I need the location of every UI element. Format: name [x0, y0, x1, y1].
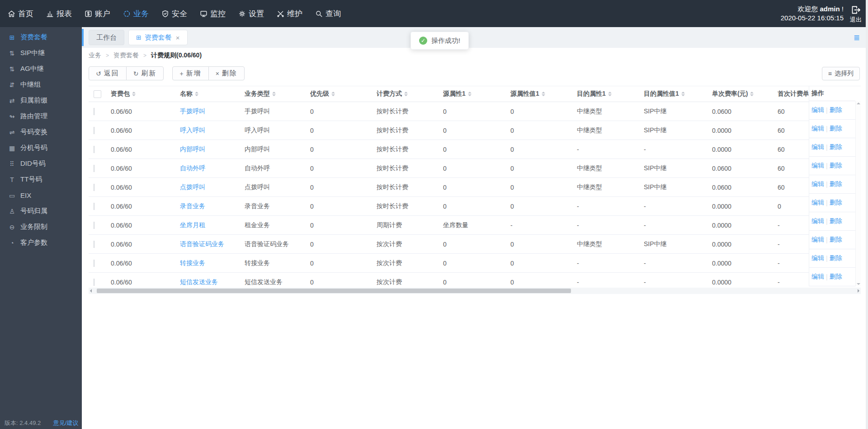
sidebar-item[interactable]: ▦ 分机号码: [0, 140, 82, 156]
column-header[interactable]: 源属性值1: [510, 90, 577, 98]
sidebar-item[interactable]: ⊖ 业务限制: [0, 219, 82, 235]
cell-name-link[interactable]: 转接业务: [180, 259, 245, 267]
feedback-link[interactable]: 意见/建议: [53, 420, 79, 426]
cell-name-link[interactable]: 录音业务: [180, 202, 245, 210]
sort-caret-icon[interactable]: [272, 92, 276, 96]
column-header[interactable]: 计费方式: [377, 90, 443, 98]
vertical-scrollbar[interactable]: [855, 101, 861, 286]
delete-link[interactable]: 删除: [830, 125, 842, 133]
cell-name-link[interactable]: 语音验证码业务: [180, 240, 245, 248]
horizontal-scroll-thumb[interactable]: [97, 289, 571, 293]
edit-link[interactable]: 编辑: [811, 199, 824, 207]
sidebar-item[interactable]: ⇅ SIP中继: [0, 45, 82, 61]
sidebar-item[interactable]: T TT号码: [0, 172, 82, 187]
sort-caret-icon[interactable]: [195, 92, 198, 96]
sidebar-item[interactable]: ▭ EIX: [0, 187, 82, 203]
edit-link[interactable]: 编辑: [811, 180, 824, 188]
delete-link[interactable]: 删除: [830, 273, 842, 281]
sort-caret-icon[interactable]: [468, 92, 472, 96]
delete-link[interactable]: 删除: [830, 106, 842, 114]
edit-link[interactable]: 编辑: [811, 162, 824, 170]
edit-link[interactable]: 编辑: [811, 106, 824, 114]
row-checkbox[interactable]: [94, 184, 94, 191]
sidebar-item[interactable]: ↬ 路由管理: [0, 108, 82, 124]
scroll-right-icon[interactable]: [858, 289, 859, 293]
column-header-truncated[interactable]: 首次计费单: [778, 90, 809, 98]
delete-link[interactable]: 删除: [830, 162, 842, 170]
cell-name-link[interactable]: 点拨呼叫: [180, 183, 245, 191]
delete-link[interactable]: 删除: [830, 199, 842, 207]
sidebar-item[interactable]: ⊞ 资费套餐: [0, 29, 82, 45]
edit-link[interactable]: 编辑: [811, 236, 824, 244]
select-all-checkbox[interactable]: [94, 90, 101, 98]
cell-name-link[interactable]: 坐席月租: [180, 221, 245, 229]
column-header[interactable]: 名称: [180, 90, 245, 98]
column-select-button[interactable]: ≡选择列: [822, 67, 860, 80]
page-scrollbar[interactable]: [866, 0, 868, 429]
delete-link[interactable]: 删除: [830, 143, 842, 151]
row-checkbox[interactable]: [94, 127, 94, 134]
tab-close-icon[interactable]: ×: [176, 34, 180, 42]
edit-link[interactable]: 编辑: [811, 125, 824, 133]
row-checkbox[interactable]: [94, 165, 94, 172]
nav-item-settings[interactable]: 设置: [238, 9, 264, 19]
sidebar-item[interactable]: ◔ 客户参数: [0, 235, 82, 251]
column-header[interactable]: 业务类型: [245, 90, 310, 98]
sidebar-item[interactable]: ⇅ AG中继: [0, 61, 82, 77]
column-header[interactable]: 源属性1: [443, 90, 510, 98]
breadcrumb-item[interactable]: 资费套餐: [113, 51, 139, 60]
nav-item-monitor[interactable]: 监控: [199, 9, 226, 19]
scroll-left-icon[interactable]: [90, 289, 92, 293]
nav-item-security[interactable]: 安全: [161, 9, 187, 19]
nav-item-home[interactable]: 首页: [7, 9, 33, 19]
edit-link[interactable]: 编辑: [811, 217, 824, 225]
cell-name-link[interactable]: 自动外呼: [180, 164, 245, 173]
edit-link[interactable]: 编辑: [811, 273, 824, 281]
row-checkbox[interactable]: [94, 260, 94, 267]
column-header[interactable]: 单次费率(元): [712, 90, 778, 98]
column-header[interactable]: 优先级: [310, 90, 377, 98]
sidebar-item[interactable]: ⠿ DID号码: [0, 156, 82, 172]
tab-workbench[interactable]: 工作台: [89, 30, 124, 45]
tab-list-icon[interactable]: ≣: [854, 33, 860, 42]
delete-link[interactable]: 删除: [830, 254, 842, 262]
sort-caret-icon[interactable]: [132, 92, 136, 96]
nav-item-reports[interactable]: 报表: [46, 9, 72, 19]
nav-item-query[interactable]: 查询: [315, 9, 341, 19]
back-button[interactable]: ↺返回: [89, 66, 127, 80]
delete-link[interactable]: 删除: [830, 180, 842, 188]
sort-caret-icon[interactable]: [404, 92, 408, 96]
tab-tariff-package[interactable]: ⊞ 资费套餐 ×: [128, 30, 188, 45]
sidebar-item[interactable]: ⇵ 中继组: [0, 77, 82, 93]
sidebar-item[interactable]: ♙ 号码归属: [0, 203, 82, 219]
delete-link[interactable]: 删除: [830, 217, 842, 225]
breadcrumb-item[interactable]: 业务: [89, 51, 101, 60]
scroll-up-icon[interactable]: [857, 103, 860, 104]
cell-name-link[interactable]: 呼入呼叫: [180, 126, 245, 135]
row-checkbox[interactable]: [94, 108, 94, 115]
sort-caret-icon[interactable]: [542, 92, 545, 96]
nav-item-accounts[interactable]: 账户: [84, 9, 110, 19]
edit-link[interactable]: 编辑: [811, 254, 824, 262]
column-header[interactable]: 目的属性1: [577, 90, 644, 98]
sidebar-item[interactable]: ⇌ 号码变换: [0, 124, 82, 140]
delete-link[interactable]: 删除: [830, 236, 842, 244]
sort-caret-icon[interactable]: [681, 92, 685, 96]
add-button[interactable]: +新增: [172, 66, 208, 80]
row-checkbox[interactable]: [94, 279, 94, 286]
sort-caret-icon[interactable]: [331, 92, 335, 96]
edit-link[interactable]: 编辑: [811, 143, 824, 151]
row-checkbox[interactable]: [94, 222, 94, 229]
sort-caret-icon[interactable]: [750, 92, 754, 96]
column-header[interactable]: 资费包: [111, 90, 180, 98]
cell-name-link[interactable]: 手拨呼叫: [180, 107, 245, 116]
row-checkbox[interactable]: [94, 241, 94, 248]
cell-name-link[interactable]: 内部呼叫: [180, 145, 245, 154]
sort-caret-icon[interactable]: [608, 92, 612, 96]
scroll-down-icon[interactable]: [857, 283, 860, 285]
row-checkbox[interactable]: [94, 203, 94, 210]
horizontal-scrollbar[interactable]: [89, 288, 861, 294]
column-header[interactable]: 目的属性值1: [644, 90, 712, 98]
logout-button[interactable]: 退出: [850, 5, 862, 23]
sidebar-item[interactable]: ⇄ 归属前缀: [0, 93, 82, 108]
